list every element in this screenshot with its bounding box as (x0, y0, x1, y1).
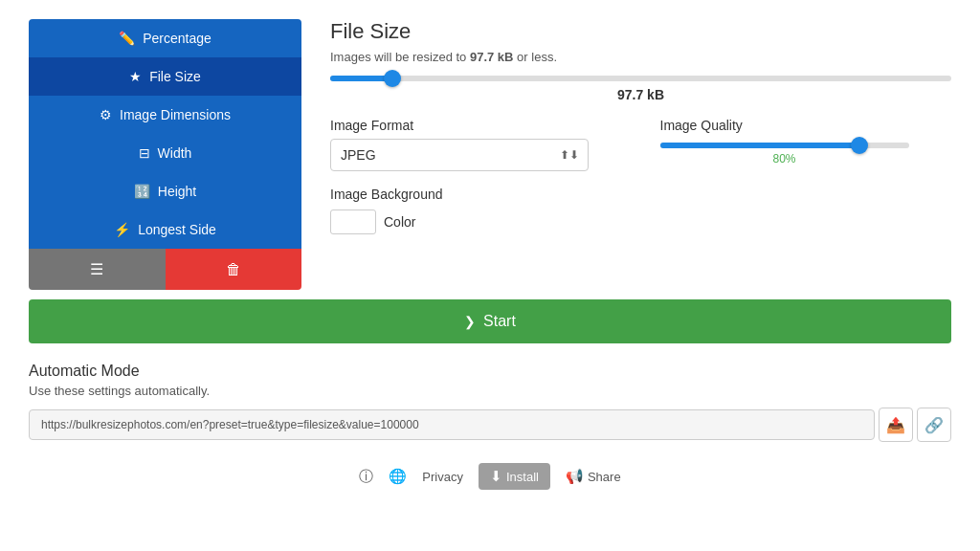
format-select[interactable]: JPEG PNG WEBP GIF (330, 139, 589, 171)
format-quality-row: Image Format JPEG PNG WEBP GIF ⬆⬇ Image … (330, 118, 951, 171)
filesize-slider-value: 97.7 kB (330, 87, 951, 102)
sidebar-menu: ✏️ Percentage ★ File Size ⚙ Image Dimens… (29, 19, 301, 249)
sidebar-item-dimensions[interactable]: ⚙ Image Dimensions (29, 96, 301, 134)
copy-url-button[interactable]: 🔗 (917, 408, 951, 442)
sidebar-item-width-label: Width (158, 145, 192, 161)
sidebar: ✏️ Percentage ★ File Size ⚙ Image Dimens… (29, 19, 301, 290)
image-format-group: Image Format JPEG PNG WEBP GIF ⬆⬇ (330, 118, 622, 171)
desc-prefix: Images will be resized to (330, 50, 470, 64)
privacy-button[interactable]: Privacy (422, 470, 463, 484)
footer: ⓘ 🌐 Privacy ⬇ Install 📢 Share (0, 452, 980, 501)
info-button[interactable]: ⓘ (359, 468, 373, 486)
format-select-wrapper: JPEG PNG WEBP GIF ⬆⬇ (330, 139, 589, 171)
content-panel: File Size Images will be resized to 97.7… (330, 19, 951, 290)
filesize-slider-container: 97.7 kB (330, 76, 951, 102)
share-label: Share (588, 470, 621, 484)
image-format-label: Image Format (330, 118, 622, 133)
dimensions-icon: ⚙ (100, 107, 112, 122)
globe-icon: 🌐 (389, 468, 407, 485)
start-section: ❯ Start (0, 299, 980, 353)
list-button[interactable]: ☰ (29, 249, 166, 290)
image-quality-label: Image Quality (660, 118, 952, 133)
url-input[interactable] (29, 409, 875, 440)
share-button[interactable]: 📢 Share (566, 468, 621, 485)
color-text-label: Color (384, 214, 415, 230)
quality-slider-thumb (851, 137, 868, 154)
filesize-icon: ★ (129, 69, 142, 84)
privacy-label: Privacy (422, 470, 463, 484)
auto-mode-desc: Use these settings automatically. (29, 384, 951, 398)
image-background-section: Image Background Color (330, 187, 951, 234)
sidebar-actions: ☰ 🗑 (29, 249, 301, 290)
url-row: 📤 🔗 (29, 408, 951, 442)
delete-button[interactable]: 🗑 (166, 249, 302, 290)
filesize-slider-track (330, 76, 951, 81)
start-button[interactable]: ❯ Start (29, 299, 951, 343)
sidebar-item-filesize[interactable]: ★ File Size (29, 57, 301, 96)
sidebar-item-dimensions-label: Image Dimensions (120, 107, 231, 122)
image-background-label: Image Background (330, 187, 951, 202)
percentage-icon: ✏️ (119, 31, 135, 46)
quality-slider-track (660, 143, 909, 148)
install-label: Install (506, 470, 539, 484)
filesize-section: File Size Images will be resized to 97.7… (330, 19, 951, 102)
desc-suffix: or less. (514, 50, 558, 64)
width-icon: ⊟ (139, 145, 150, 161)
quality-slider-fill (660, 143, 859, 148)
color-picker-row: Color (330, 209, 951, 234)
longest-icon: ⚡ (114, 222, 130, 237)
sidebar-item-filesize-label: File Size (149, 69, 201, 84)
automatic-mode-section: Automatic Mode Use these settings automa… (0, 353, 980, 452)
sidebar-item-width[interactable]: ⊟ Width (29, 134, 301, 172)
quality-slider-value: 80% (660, 152, 909, 165)
copy-url-icon: 🔗 (924, 416, 944, 434)
share-icon: 📢 (566, 468, 584, 485)
share-url-icon: 📤 (886, 416, 905, 434)
install-icon: ⬇ (490, 468, 502, 485)
start-icon: ❯ (464, 314, 476, 329)
globe-button[interactable]: 🌐 (389, 468, 407, 485)
sidebar-item-height[interactable]: 🔢 Height (29, 172, 301, 210)
image-quality-group: Image Quality 80% (660, 118, 952, 165)
install-button[interactable]: ⬇ Install (479, 463, 550, 490)
sidebar-item-longest-label: Longest Side (138, 222, 216, 237)
sidebar-item-percentage[interactable]: ✏️ Percentage (29, 19, 301, 57)
desc-value: 97.7 kB (470, 50, 514, 64)
section-description: Images will be resized to 97.7 kB or les… (330, 50, 951, 64)
info-icon: ⓘ (359, 468, 373, 486)
sidebar-item-height-label: Height (158, 184, 196, 199)
auto-mode-title: Automatic Mode (29, 363, 951, 380)
height-icon: 🔢 (134, 184, 150, 199)
share-url-button[interactable]: 📤 (879, 408, 913, 442)
list-icon: ☰ (90, 260, 103, 278)
sidebar-item-longest[interactable]: ⚡ Longest Side (29, 210, 301, 249)
color-swatch[interactable] (330, 209, 376, 234)
filesize-slider-thumb (384, 70, 401, 87)
trash-icon: 🗑 (226, 261, 241, 278)
section-title: File Size (330, 19, 951, 44)
start-button-label: Start (483, 313, 516, 330)
sidebar-item-percentage-label: Percentage (143, 31, 212, 46)
